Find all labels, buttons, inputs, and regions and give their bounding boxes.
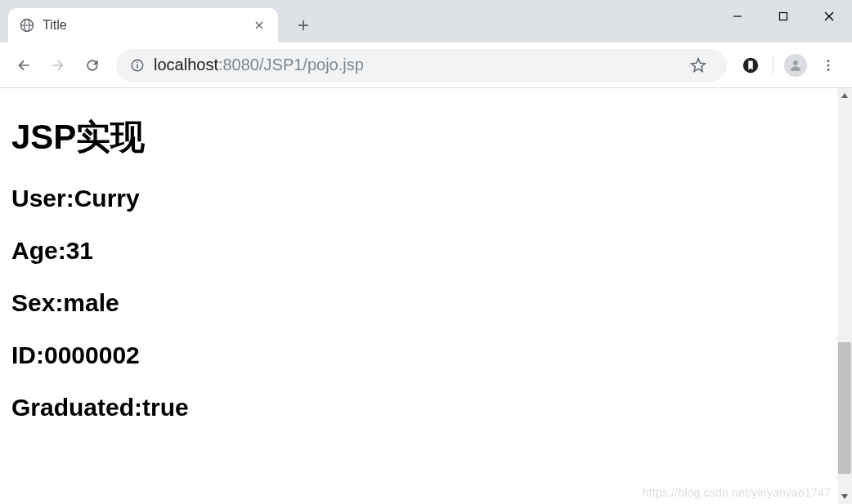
svg-rect-1 <box>780 13 787 20</box>
toolbar-divider <box>773 56 774 74</box>
tab-close-button[interactable] <box>252 18 267 33</box>
plus-icon <box>297 19 310 32</box>
row-user: User:Curry <box>11 185 841 212</box>
row-id: ID:0000002 <box>11 341 841 369</box>
svg-point-17 <box>827 64 830 66</box>
back-button[interactable] <box>8 50 39 81</box>
row-graduated: Graduated:true <box>11 394 841 421</box>
svg-point-18 <box>827 68 830 70</box>
kebab-icon <box>821 58 836 73</box>
scroll-up-icon[interactable] <box>837 88 852 103</box>
window-minimize-button[interactable] <box>715 0 760 33</box>
arrow-left-icon <box>16 57 32 74</box>
window-close-button[interactable] <box>806 0 852 33</box>
url-text[interactable]: localhost:8080/JSP1/pojo.jsp <box>154 56 675 74</box>
reload-button[interactable] <box>77 50 108 81</box>
avatar <box>784 54 807 77</box>
browser-toolbar: localhost:8080/JSP1/pojo.jsp <box>0 42 852 88</box>
reading-list-button[interactable] <box>735 50 766 81</box>
close-icon <box>824 11 834 21</box>
new-tab-button[interactable] <box>289 11 317 39</box>
minimize-icon <box>733 11 742 21</box>
globe-icon <box>20 18 34 33</box>
site-info-icon[interactable] <box>129 57 146 74</box>
profile-button[interactable] <box>780 50 811 81</box>
url-host: localhost <box>154 56 218 74</box>
page-viewport: JSP实现 User:Curry Age:31 Sex:male ID:0000… <box>0 88 852 504</box>
browser-tab[interactable]: Title <box>8 8 278 42</box>
bookmark-badge-icon <box>742 56 760 74</box>
maximize-icon <box>778 11 788 21</box>
window-maximize-button[interactable] <box>760 0 806 33</box>
tab-title: Title <box>43 18 252 33</box>
scroll-thumb[interactable] <box>838 342 851 474</box>
forward-button[interactable] <box>43 50 74 81</box>
svg-rect-13 <box>137 61 138 63</box>
row-age: Age:31 <box>11 237 841 265</box>
url-path: :8080/JSP1/pojo.jsp <box>218 56 364 74</box>
svg-point-16 <box>827 60 830 62</box>
bookmark-star-button[interactable] <box>683 50 714 81</box>
menu-button[interactable] <box>813 50 844 81</box>
reload-icon <box>84 57 101 74</box>
scroll-track[interactable] <box>837 103 852 489</box>
address-bar[interactable]: localhost:8080/JSP1/pojo.jsp <box>116 49 727 82</box>
page-heading: JSP实现 <box>11 114 841 160</box>
watermark-text: https://blog.csdn.net/yinyanyao1747 <box>643 486 831 499</box>
star-icon <box>690 57 706 74</box>
arrow-right-icon <box>50 57 66 74</box>
row-sex: Sex:male <box>11 289 841 317</box>
scroll-down-icon[interactable] <box>837 489 852 504</box>
svg-rect-12 <box>137 64 138 68</box>
vertical-scrollbar[interactable] <box>837 88 852 504</box>
page-content: JSP实现 User:Curry Age:31 Sex:male ID:0000… <box>0 88 852 457</box>
svg-point-15 <box>793 60 798 65</box>
person-icon <box>788 58 803 73</box>
